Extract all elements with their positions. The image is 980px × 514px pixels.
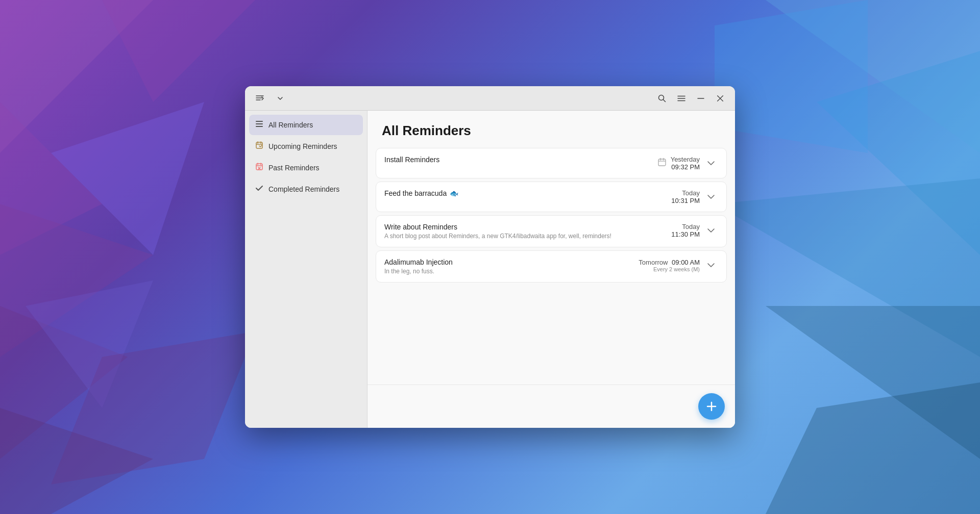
content-pane: All Reminders Install Reminders	[368, 111, 735, 428]
title-bar-right	[653, 90, 729, 107]
sidebar-item-past[interactable]: Past Reminders	[249, 158, 363, 178]
content-footer	[368, 384, 735, 428]
reminder-subtitle-4: In the leg, no fuss.	[384, 268, 630, 275]
sidebar-item-past-label: Past Reminders	[268, 164, 320, 172]
search-button[interactable]	[653, 90, 671, 107]
reminder-card-3[interactable]: Write about Reminders A short blog post …	[376, 215, 727, 247]
sort-dropdown-button[interactable]	[272, 90, 289, 107]
content-header: All Reminders	[368, 111, 735, 148]
menu-button[interactable]	[673, 90, 690, 107]
reminder-title-3: Write about Reminders	[384, 223, 663, 231]
reminder-title-1: Install Reminders	[384, 156, 649, 164]
title-bar	[245, 86, 735, 111]
svg-rect-33	[256, 164, 262, 170]
reminder-time-4: Tomorrow 09:00 AM Every 2 weeks (M)	[639, 259, 700, 272]
svg-rect-39	[658, 159, 666, 166]
fish-emoji-icon: 🐟	[450, 189, 458, 197]
title-bar-left	[251, 90, 289, 107]
sidebar-item-all[interactable]: All Reminders	[249, 115, 363, 135]
reminder-right-3: Today 11:30 PM	[671, 223, 718, 238]
reminder-right-1: Yesterday 09:32 PM	[657, 156, 718, 171]
sort-icon	[255, 94, 264, 103]
expand-button-3[interactable]	[704, 223, 718, 238]
svg-line-19	[664, 99, 666, 101]
sidebar-item-completed[interactable]: Completed Reminders	[249, 179, 363, 199]
add-reminder-button[interactable]	[698, 393, 725, 420]
minimize-icon	[696, 94, 705, 103]
search-icon	[657, 94, 667, 103]
reminder-card-4[interactable]: Adalimumab Injection In the leg, no fuss…	[376, 250, 727, 282]
reminder-left-2: Feed the barracuda 🐟	[384, 189, 663, 197]
reminder-time-2: Today 10:31 PM	[671, 189, 700, 204]
minimize-button[interactable]	[692, 90, 709, 107]
svg-marker-12	[766, 382, 980, 514]
app-window: All Reminders Upcoming Reminders	[245, 86, 735, 428]
reminder-subtitle-3: A short blog post about Reminders, a new…	[384, 233, 663, 240]
reminder-title-4: Adalimumab Injection	[384, 258, 630, 266]
reminder-title-2: Feed the barracuda 🐟	[384, 189, 663, 197]
chevron-down-icon-1	[707, 160, 715, 167]
close-button[interactable]	[712, 90, 729, 107]
close-icon	[716, 94, 724, 102]
expand-button-4[interactable]	[704, 258, 718, 272]
expand-button-1[interactable]	[704, 156, 718, 170]
chevron-down-icon-2	[707, 193, 715, 200]
upcoming-icon	[255, 141, 263, 151]
svg-rect-26	[256, 121, 263, 122]
sidebar-item-all-label: All Reminders	[268, 121, 313, 129]
sort-button[interactable]	[251, 90, 268, 107]
calendar-icon-1	[657, 158, 667, 169]
reminder-card-2[interactable]: Feed the barracuda 🐟 Today 10:31 PM	[376, 182, 727, 212]
expand-button-2[interactable]	[704, 190, 718, 204]
chevron-down-icon-3	[707, 227, 715, 234]
reminder-time-1: Yesterday 09:32 PM	[671, 156, 700, 171]
sidebar-item-completed-label: Completed Reminders	[268, 185, 339, 193]
reminder-right-2: Today 10:31 PM	[671, 189, 718, 204]
sidebar: All Reminders Upcoming Reminders	[245, 111, 368, 428]
sidebar-item-upcoming[interactable]: Upcoming Reminders	[249, 136, 363, 157]
chevron-down-icon-4	[707, 262, 715, 269]
svg-rect-27	[256, 123, 263, 124]
reminder-time-3: Today 11:30 PM	[671, 223, 700, 238]
hamburger-icon	[677, 94, 686, 103]
list-icon	[255, 120, 263, 130]
reminder-left-3: Write about Reminders A short blog post …	[384, 223, 663, 240]
reminder-right-4: Tomorrow 09:00 AM Every 2 weeks (M)	[639, 258, 718, 272]
reminder-left-1: Install Reminders	[384, 156, 649, 164]
check-icon	[255, 184, 263, 194]
sidebar-item-upcoming-label: Upcoming Reminders	[268, 142, 337, 150]
plus-icon	[705, 400, 718, 413]
svg-marker-14	[715, 0, 868, 153]
svg-marker-5	[102, 0, 255, 102]
main-content: All Reminders Upcoming Reminders	[245, 111, 735, 428]
svg-rect-28	[256, 126, 263, 127]
reminder-left-4: Adalimumab Injection In the leg, no fuss…	[384, 258, 630, 275]
reminders-list: Install Reminders	[368, 148, 735, 384]
dropdown-arrow-icon	[278, 97, 283, 100]
page-title: All Reminders	[382, 123, 721, 139]
past-icon	[255, 163, 263, 173]
reminder-card-1[interactable]: Install Reminders	[376, 148, 727, 178]
